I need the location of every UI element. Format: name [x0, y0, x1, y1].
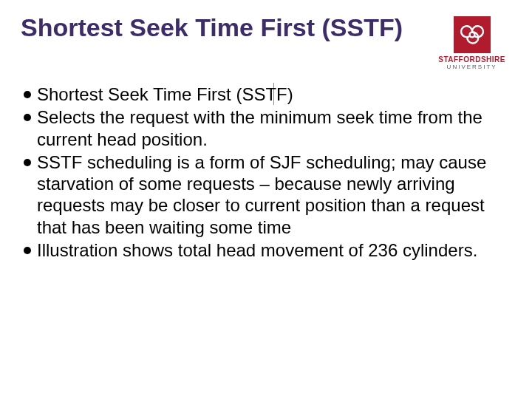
header: Shortest Seek Time First (SSTF) STAFFORD…: [21, 13, 511, 70]
logo-mark: [454, 16, 491, 53]
bullet-list: Shortest Seek Time First (SSTF) Selects …: [21, 83, 504, 261]
biohazard-icon: [460, 22, 485, 47]
logo-text-sub: UNIVERSITY: [447, 64, 497, 70]
logo-text-main: STAFFORDSHIRE: [438, 55, 505, 64]
list-item: Shortest Seek Time First (SSTF): [21, 83, 504, 105]
list-item: Selects the request with the minimum see…: [21, 106, 504, 150]
slide-title: Shortest Seek Time First (SSTF): [21, 13, 403, 42]
list-item: Illustration shows total head movement o…: [21, 239, 504, 261]
content-area: Shortest Seek Time First (SSTF) Selects …: [21, 83, 511, 261]
university-logo: STAFFORDSHIRE UNIVERSITY: [438, 16, 505, 70]
list-item: SSTF scheduling is a form of SJF schedul…: [21, 151, 504, 238]
slide: Shortest Seek Time First (SSTF) STAFFORD…: [0, 0, 532, 399]
